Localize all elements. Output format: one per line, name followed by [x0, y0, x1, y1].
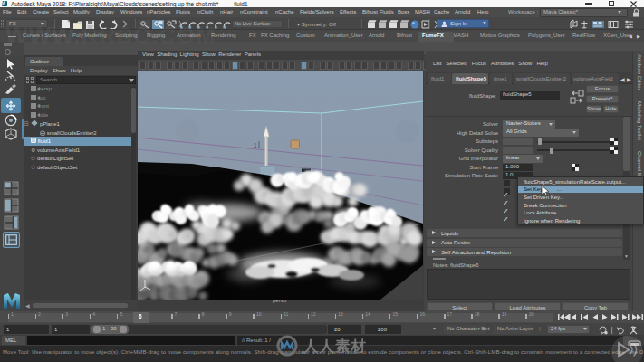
svg-text:1: 1: [254, 142, 257, 148]
